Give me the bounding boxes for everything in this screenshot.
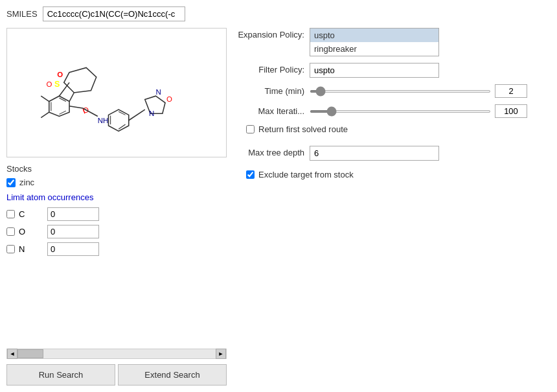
time-label: Time (min) [233,84,304,96]
svg-text:NH: NH [98,117,109,124]
atom-n-label: N [19,244,25,254]
max-tree-depth-label: Max tree depth [233,146,304,157]
atom-n-checkbox[interactable] [6,245,15,253]
exclude-target-label: Exclude target from stock [258,170,354,179]
svg-marker-3 [64,67,97,93]
scroll-left-arrow[interactable]: ◄ [7,349,17,359]
zinc-checkbox[interactable] [6,178,16,187]
max-tree-depth-row: Max tree depth [233,146,551,161]
scroll-thumb[interactable] [17,349,43,358]
smiles-label: SMILES [6,9,38,19]
svg-line-25 [69,93,74,102]
svg-line-24 [59,82,69,96]
atom-c-label: C [19,209,25,219]
max-iterations-row: Max Iterati... [233,104,551,118]
atom-o-label: O [19,227,25,236]
filter-policy-row: Filter Policy: [233,63,551,78]
svg-text:O: O [166,95,172,103]
max-iterations-label: Max Iterati... [233,104,304,116]
return-first-label: Return first solved route [258,124,348,134]
atom-c-input[interactable] [47,207,99,221]
return-first-checkbox[interactable] [246,125,255,133]
svg-line-22 [41,96,49,101]
exclude-target-row: Exclude target from stock [246,170,551,179]
time-slider-row [310,84,527,98]
time-row: Time (min) [233,84,551,98]
svg-text:N: N [155,88,161,96]
svg-text:S: S [54,80,60,89]
atom-row-n: N [6,242,227,256]
run-search-button[interactable]: Run Search [6,364,115,386]
smiles-input[interactable] [43,6,185,21]
svg-text:O: O [47,80,52,88]
max-iterations-slider-row [310,104,527,118]
atom-n-input[interactable] [47,242,99,256]
return-first-row: Return first solved route [246,124,551,134]
scroll-right-arrow[interactable]: ► [216,349,226,359]
atom-o-checkbox[interactable] [6,227,15,236]
time-value-input[interactable] [495,84,527,98]
expansion-policy-label: Expansion Policy: [233,28,304,40]
expansion-option-uspto[interactable]: uspto [310,29,438,42]
svg-text:O: O [57,71,63,78]
scroll-track[interactable] [17,349,216,358]
zinc-label: zinc [19,178,34,187]
filter-policy-input[interactable] [310,63,439,78]
time-slider[interactable] [310,90,491,93]
max-tree-depth-input[interactable] [310,146,439,161]
svg-marker-4 [49,96,69,116]
atom-o-input[interactable] [47,225,99,238]
svg-line-8 [69,106,83,108]
horizontal-scrollbar[interactable]: ◄ ► [6,349,227,359]
svg-line-17 [129,110,145,121]
svg-text:N: N [149,110,154,117]
atom-row-c: C [6,207,227,221]
expansion-option-ringbreaker[interactable]: ringbreaker [310,42,438,56]
exclude-target-checkbox[interactable] [246,170,255,179]
atom-row-o: O [6,225,227,238]
expansion-policy-row: Expansion Policy: uspto ringbreaker [233,28,551,56]
svg-marker-18 [145,96,165,113]
svg-line-23 [41,112,49,117]
svg-marker-13 [108,110,128,131]
limit-atom-label: Limit atom occurrences [6,192,227,202]
extend-search-button[interactable]: Extend Search [118,364,227,386]
stocks-label: Stocks [6,164,227,174]
expansion-policy-dropdown[interactable]: uspto ringbreaker [310,28,551,56]
filter-policy-label: Filter Policy: [233,63,304,75]
max-iterations-value-input[interactable] [495,104,527,118]
atom-c-checkbox[interactable] [6,210,15,218]
molecule-canvas: O O S O [6,28,227,157]
max-iterations-slider[interactable] [310,110,491,113]
